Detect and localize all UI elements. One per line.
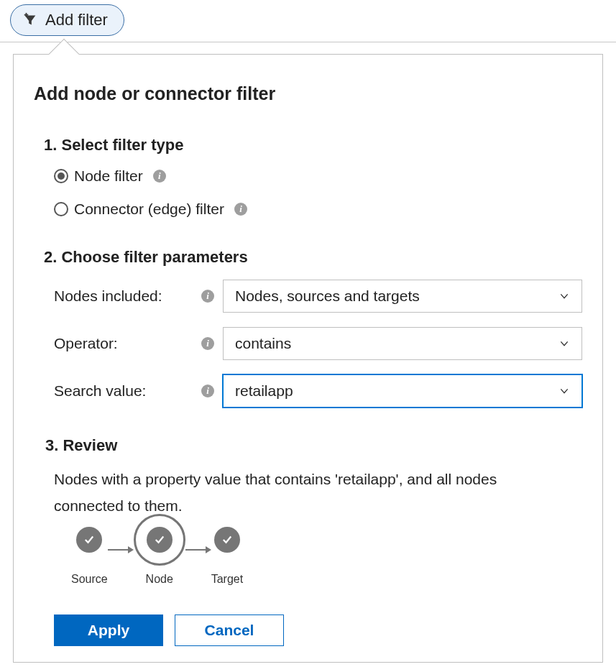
radio-indicator-checked (54, 169, 68, 183)
info-icon[interactable]: i (153, 170, 166, 183)
param-search-value-row: Search value: i retailapp (54, 374, 582, 408)
info-icon[interactable]: i (201, 337, 214, 350)
diagram-center-node: Node (134, 527, 185, 586)
button-row: Apply Cancel (54, 615, 582, 646)
section-filter-type-heading: 1. Select filter type (44, 136, 582, 155)
cancel-button[interactable]: Cancel (175, 615, 284, 646)
add-filter-label: Add filter (45, 11, 108, 29)
section-parameters-heading: 2. Choose filter parameters (44, 248, 582, 267)
section-review-heading: 3. Review (45, 436, 582, 455)
search-value-label: Search value: (54, 382, 201, 400)
diagram-target-node: Target (211, 527, 243, 586)
search-value-select[interactable]: retailapp (223, 374, 582, 408)
arrow-right-icon (185, 524, 211, 576)
operator-select[interactable]: contains (223, 327, 582, 360)
cancel-button-label: Cancel (205, 622, 254, 639)
apply-button[interactable]: Apply (54, 615, 163, 646)
filter-parameters: Nodes included: i Nodes, sources and tar… (54, 280, 582, 408)
info-icon[interactable]: i (201, 385, 214, 397)
nodes-included-label: Nodes included: (54, 287, 201, 305)
add-filter-icon (22, 12, 38, 28)
diagram-source-label: Source (71, 573, 108, 586)
filter-panel: Add node or connector filter 1. Select f… (13, 54, 603, 663)
arrow-right-icon (108, 524, 134, 576)
info-icon[interactable]: i (201, 290, 214, 303)
chevron-down-icon (558, 290, 570, 302)
radio-connector-filter[interactable]: Connector (edge) filter i (54, 201, 582, 218)
nodes-included-select[interactable]: Nodes, sources and targets (223, 280, 582, 313)
radio-node-filter[interactable]: Node filter i (54, 167, 582, 185)
operator-label: Operator: (54, 335, 201, 352)
info-icon[interactable]: i (234, 203, 247, 216)
checkmark-circle-icon (147, 527, 173, 553)
filter-type-radio-group: Node filter i Connector (edge) filter i (54, 167, 582, 218)
param-operator-row: Operator: i contains (54, 327, 582, 360)
operator-value: contains (235, 335, 291, 352)
chevron-down-icon (558, 338, 570, 349)
checkmark-circle-icon (76, 527, 102, 553)
search-value-value: retailapp (235, 382, 293, 400)
diagram-node-label: Node (146, 573, 173, 586)
ring-icon (134, 514, 185, 566)
review-diagram: Source Node (71, 527, 582, 586)
diagram-target-label: Target (211, 573, 243, 586)
diagram-source-node: Source (71, 527, 108, 586)
radio-indicator-unchecked (54, 202, 68, 216)
add-filter-button[interactable]: Add filter (10, 4, 124, 36)
nodes-included-value: Nodes, sources and targets (235, 287, 420, 305)
review-section: 3. Review Nodes with a property value th… (45, 436, 582, 646)
radio-node-filter-label: Node filter (74, 167, 143, 185)
review-text: Nodes with a property value that contain… (54, 466, 514, 520)
toolbar-divider (0, 42, 616, 42)
apply-button-label: Apply (88, 622, 129, 639)
param-nodes-included-row: Nodes included: i Nodes, sources and tar… (54, 280, 582, 313)
chevron-down-icon (558, 385, 570, 397)
radio-connector-filter-label: Connector (edge) filter (74, 201, 224, 218)
panel-title: Add node or connector filter (34, 83, 582, 104)
checkmark-circle-icon (214, 527, 240, 553)
